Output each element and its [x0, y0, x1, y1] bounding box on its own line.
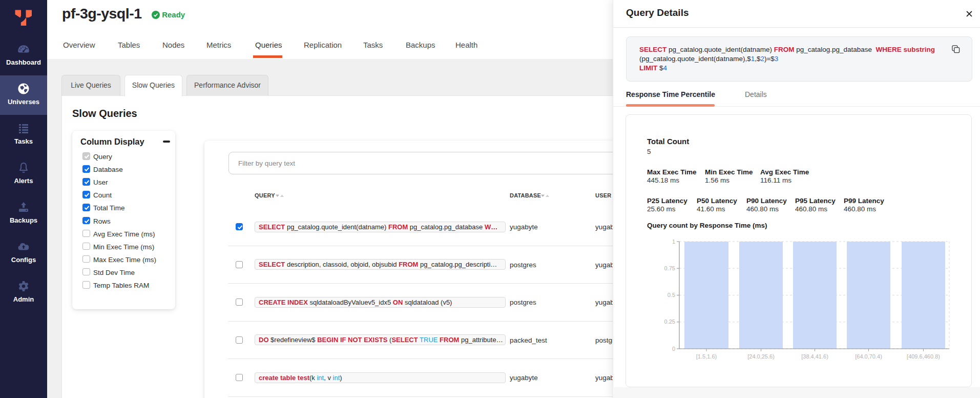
svg-text:0: 0 [672, 346, 675, 352]
svg-text:0.5: 0.5 [668, 292, 675, 298]
svg-text:[1.5,1.6): [1.5,1.6) [696, 353, 717, 360]
svg-text:[24.0,25.6): [24.0,25.6) [747, 353, 775, 360]
svg-text:0.25: 0.25 [664, 319, 675, 325]
svg-text:[64.0,70.4): [64.0,70.4) [855, 353, 882, 360]
svg-text:[38.4,41.6): [38.4,41.6) [801, 353, 828, 360]
svg-text:1: 1 [672, 238, 675, 245]
svg-text:0.75: 0.75 [664, 265, 675, 271]
svg-text:[409.6,460.8): [409.6,460.8) [907, 353, 940, 360]
